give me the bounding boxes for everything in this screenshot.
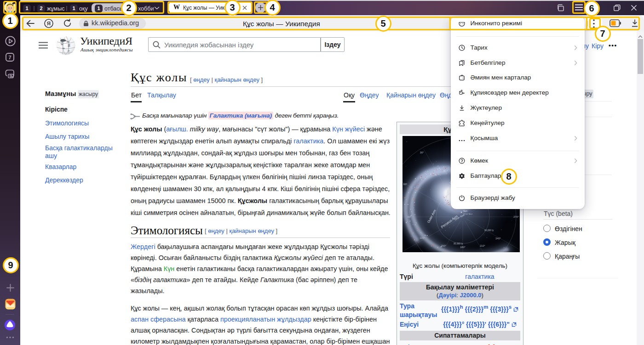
svg-text:60°: 60°	[403, 183, 407, 186]
svg-text:10,000 ly: 10,000 ly	[484, 229, 494, 232]
svg-text:270°: 270°	[513, 215, 518, 218]
svg-text:Sun: Sun	[463, 209, 467, 212]
svg-text:ي: ي	[68, 49, 70, 52]
svg-text:30°: 30°	[420, 151, 424, 154]
svg-text:120°: 120°	[420, 237, 425, 239]
svg-text:210°: 210°	[480, 244, 485, 247]
svg-text:Ω: Ω	[61, 42, 63, 46]
svg-text:30,000 ly: 30,000 ly	[454, 242, 463, 245]
svg-text:90°: 90°	[408, 215, 411, 218]
svg-text:240°: 240°	[495, 237, 500, 240]
svg-text:И: И	[68, 44, 70, 48]
svg-text:7: 7	[8, 55, 11, 60]
svg-text:Orion Spur: Orion Spur	[463, 213, 473, 215]
svg-text:ш: ш	[62, 46, 64, 50]
svg-text:150°: 150°	[441, 244, 446, 247]
svg-text:180°: 180°	[460, 246, 465, 249]
